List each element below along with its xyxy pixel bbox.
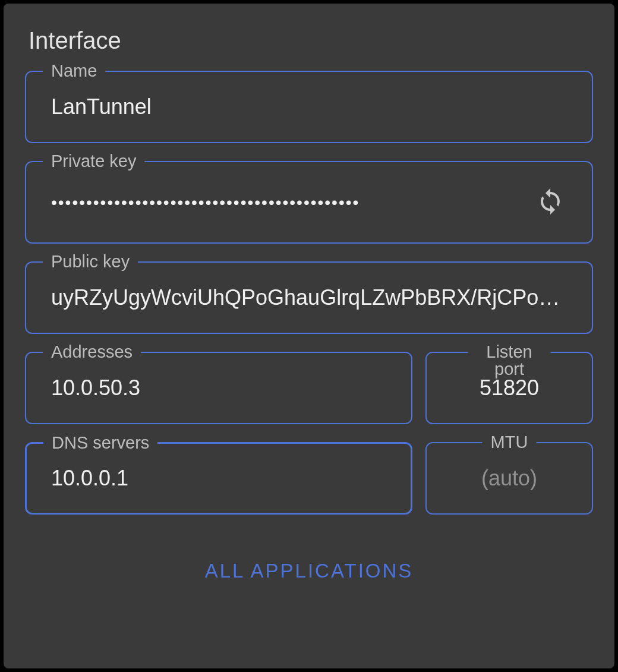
addresses-field[interactable]: Addresses [25, 352, 412, 424]
public-key-field-label: Public key [43, 253, 138, 270]
name-input[interactable] [51, 94, 567, 119]
mtu-input[interactable] [452, 466, 567, 491]
private-key-input[interactable]: ••••••••••••••••••••••••••••••••••••••••… [51, 193, 522, 212]
section-title: Interface [29, 27, 593, 54]
interface-panel: Interface Name Private key •••••••••••••… [4, 4, 614, 668]
fields-container: Name Private key •••••••••••••••••••••••… [25, 71, 593, 515]
name-field-label: Name [43, 62, 105, 80]
public-key-field[interactable]: Public key uyRZyUgyWcviUhQPoGhauGlrqLZwP… [25, 261, 593, 334]
dns-servers-field-label: DNS servers [43, 434, 157, 452]
mtu-field[interactable]: MTU [425, 442, 593, 515]
dns-servers-input[interactable] [51, 466, 386, 491]
listen-port-field-label: Listen port [468, 343, 551, 378]
all-applications-button[interactable]: ALL APPLICATIONS [191, 550, 428, 592]
private-key-field-label: Private key [43, 153, 144, 170]
private-key-field[interactable]: Private key ••••••••••••••••••••••••••••… [25, 161, 593, 244]
mtu-field-label: MTU [483, 434, 537, 451]
refresh-icon [536, 187, 565, 217]
addresses-field-label: Addresses [43, 343, 141, 361]
public-key-value: uyRZyUgyWcviUhQPoGhauGlrqLZwPbBRX/RjCPo+… [51, 285, 567, 310]
listen-port-field[interactable]: Listen port [425, 352, 593, 424]
regenerate-key-button[interactable] [534, 185, 567, 220]
addresses-input[interactable] [51, 376, 386, 400]
dns-servers-field[interactable]: DNS servers [25, 442, 412, 515]
listen-port-input[interactable] [452, 376, 567, 400]
name-field[interactable]: Name [25, 71, 593, 143]
